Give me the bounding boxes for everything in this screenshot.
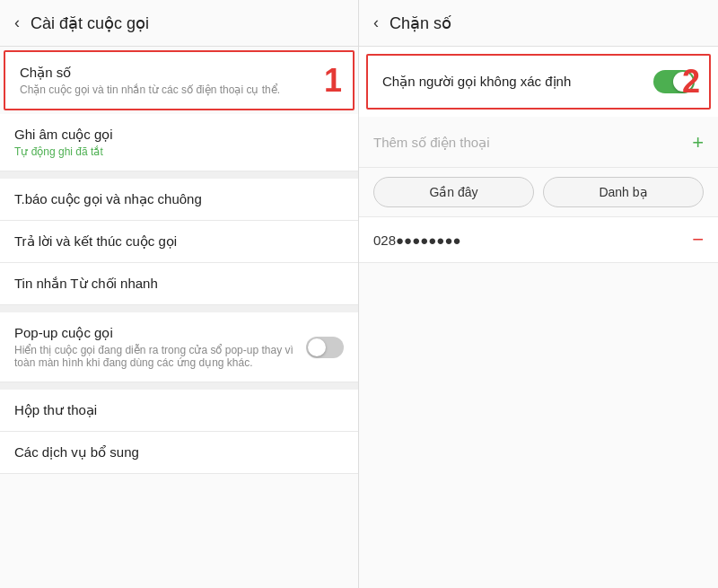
hop-thu-title: Hộp thư thoại <box>14 402 344 418</box>
add-phone-row[interactable]: Thêm số điện thoại + <box>359 118 718 168</box>
ghi-am-title: Ghi âm cuộc gọi <box>14 127 344 143</box>
spacer-1 <box>0 171 358 179</box>
right-header: ‹ Chặn số <box>359 0 718 47</box>
add-phone-right: + <box>678 131 704 154</box>
menu-item-dich-vu[interactable]: Các dịch vụ bổ sung <box>0 432 358 474</box>
menu-item-hop-thu[interactable]: Hộp thư thoại <box>0 390 358 432</box>
ghi-am-subtitle: Tự động ghi đã tắt <box>14 145 344 158</box>
step-1-badge: 1 <box>324 62 342 100</box>
left-header: ‹ Cài đặt cuộc gọi <box>0 0 358 47</box>
menu-item-ghi-am[interactable]: Ghi âm cuộc gọi Tự động ghi đã tắt <box>0 114 358 171</box>
left-menu-list: Chặn số Chặn cuộc gọi và tin nhắn từ các… <box>0 47 358 588</box>
spacer-2 <box>0 305 358 312</box>
block-unknown-label: Chặn người gọi không xác định <box>382 74 571 90</box>
blocked-phone-number: 028●●●●●●●● <box>373 233 461 248</box>
left-panel-title: Cài đặt cuộc gọi <box>31 13 149 33</box>
add-phone-icon[interactable]: + <box>692 131 704 154</box>
add-phone-placeholder: Thêm số điện thoại <box>373 135 490 151</box>
filter-row: Gần đây Danh bạ <box>359 168 718 217</box>
right-panel: ‹ Chặn số Chặn người gọi không xác định … <box>359 0 718 588</box>
left-panel: ‹ Cài đặt cuộc gọi Chặn số Chặn cuộc gọi… <box>0 0 359 588</box>
menu-item-popup[interactable]: Pop-up cuộc gọi Hiển thị cuộc gọi đang d… <box>0 312 358 382</box>
popup-toggle-container: Pop-up cuộc gọi Hiển thị cuộc gọi đang d… <box>14 325 344 369</box>
right-back-button[interactable]: ‹ <box>373 13 379 32</box>
chan-so-title: Chặn số <box>20 65 338 81</box>
menu-item-tin-nhan[interactable]: Tin nhắn Từ chối nhanh <box>0 263 358 305</box>
popup-toggle[interactable] <box>306 337 344 358</box>
tbao-title: T.báo cuộc gọi và nhạc chuông <box>14 191 344 207</box>
left-back-button[interactable]: ‹ <box>14 13 20 32</box>
tra-loi-title: Trả lời và kết thúc cuộc gọi <box>14 233 344 250</box>
menu-item-chan-so[interactable]: Chặn số Chặn cuộc gọi và tin nhắn từ các… <box>4 50 355 110</box>
tin-nhan-title: Tin nhắn Từ chối nhanh <box>14 276 344 292</box>
dich-vu-title: Các dịch vụ bổ sung <box>14 444 344 461</box>
popup-subtitle: Hiển thị cuộc gọi đang diễn ra trong cửa… <box>14 344 306 369</box>
blocked-number-row: 028●●●●●●●● − <box>359 217 718 263</box>
popup-toggle-left: Pop-up cuộc gọi Hiển thị cuộc gọi đang d… <box>14 325 306 369</box>
chan-so-subtitle: Chặn cuộc gọi và tin nhắn từ các số điện… <box>20 83 338 96</box>
filter-contacts[interactable]: Danh bạ <box>543 177 704 207</box>
menu-item-tbao[interactable]: T.báo cuộc gọi và nhạc chuông <box>0 179 358 221</box>
menu-item-tra-loi[interactable]: Trả lời và kết thúc cuộc gọi <box>0 221 358 263</box>
spacer-3 <box>0 382 358 390</box>
right-panel-title: Chặn số <box>390 13 451 33</box>
popup-toggle-knob <box>308 338 326 356</box>
popup-title: Pop-up cuộc gọi <box>14 325 306 341</box>
block-unknown-row[interactable]: Chặn người gọi không xác định <box>366 54 711 110</box>
remove-number-icon[interactable]: − <box>692 230 704 250</box>
filter-recent[interactable]: Gần đây <box>373 177 534 207</box>
step-2-badge: 2 <box>682 63 700 101</box>
